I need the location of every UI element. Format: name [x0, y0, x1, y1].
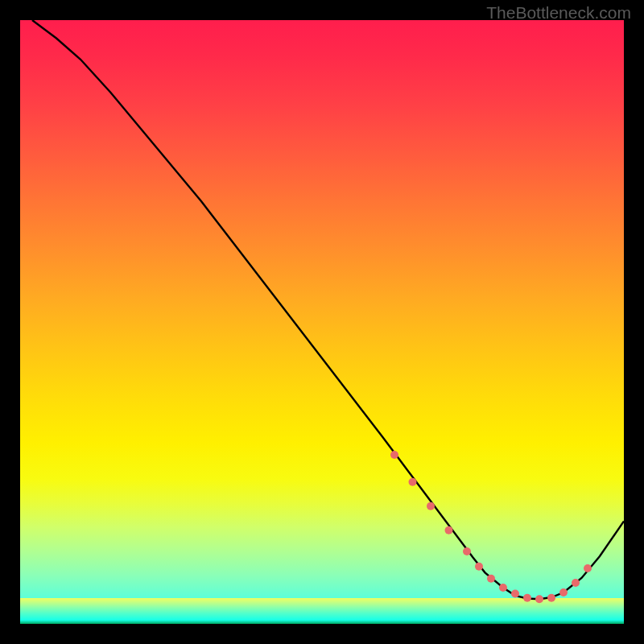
- watermark-text: TheBottleneck.com: [486, 3, 631, 23]
- marker-dot: [559, 588, 568, 597]
- marker-dot: [475, 563, 483, 571]
- marker-dot: [463, 547, 471, 555]
- marker-dot: [584, 564, 592, 572]
- marker-dot: [499, 584, 507, 592]
- chart-svg: [20, 20, 624, 624]
- marker-dot: [511, 590, 519, 598]
- curve-line: [32, 20, 624, 599]
- marker-dot: [409, 478, 417, 486]
- marker-dot: [487, 575, 495, 583]
- marker-dot: [523, 594, 531, 602]
- curve-markers: [390, 451, 592, 603]
- marker-dot: [427, 502, 435, 510]
- marker-dot: [445, 526, 453, 535]
- marker-dot: [572, 579, 580, 587]
- plot-area: [20, 20, 624, 624]
- marker-dot: [390, 451, 398, 459]
- marker-dot: [535, 595, 543, 603]
- marker-dot: [547, 594, 555, 602]
